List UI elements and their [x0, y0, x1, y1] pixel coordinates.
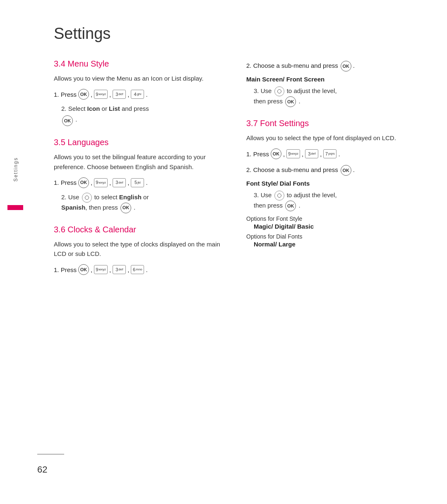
- key-9wxyz-font: 9wxyz: [286, 149, 300, 158]
- font-step1: 1. Press OK , 9wxyz , 3def , 7pqrs .: [246, 148, 422, 159]
- key-9wxyz-clocks: 9wxyz: [94, 265, 108, 274]
- ok-clocks-1: OK: [78, 264, 89, 275]
- section-menu-style: 3.4 Menu Style Allows you to view the Me…: [54, 59, 230, 126]
- nav-icon-clocks: [274, 86, 284, 96]
- list-bold: List: [109, 105, 120, 112]
- menu-style-step1: 1. Press OK , 9wxyz , 3def , 4ghi .: [54, 89, 230, 100]
- ok-font-2: OK: [341, 165, 351, 176]
- left-column: 3.4 Menu Style Allows you to view the Me…: [54, 59, 230, 287]
- content-columns: 3.4 Menu Style Allows you to view the Me…: [54, 59, 422, 287]
- ok-font-3: OK: [285, 201, 296, 211]
- key-5jkl: 5jkl: [131, 178, 144, 187]
- step1-num: 1. Press: [54, 91, 77, 98]
- key-6mno: 6mno: [131, 265, 144, 274]
- options-font-label: Options for Font Style: [246, 215, 422, 222]
- languages-step2: 2. Use to select English or Spanish, the…: [54, 192, 230, 213]
- menu-style-heading: 3.4 Menu Style: [54, 59, 230, 69]
- key-9wxyz-lang: 9wxyz: [94, 178, 108, 187]
- clocks-desc: Allows you to select the type of clocks …: [54, 239, 230, 259]
- font-step3: 3. Use to adjust the level, then press O…: [246, 190, 422, 211]
- ok-button-inline: OK: [78, 89, 89, 100]
- english-bold: English: [119, 193, 142, 201]
- ok-button-step2: OK: [62, 115, 73, 126]
- main-screen-subheading: Main Screen/ Front Screen: [246, 76, 422, 83]
- ok-lang-2: OK: [120, 203, 131, 213]
- languages-step1: 1. Press OK , 9wxyz , 3def , 5jkl .: [54, 177, 230, 188]
- spanish-bold: Spanish: [61, 204, 85, 211]
- font-step2: 2. Choose a sub-menu and press OK .: [246, 163, 422, 176]
- ok-font-1: OK: [271, 148, 281, 159]
- key-3def-font: 3def: [305, 149, 318, 158]
- languages-desc: Allows you to set the bilingual feature …: [54, 152, 230, 172]
- menu-style-step2: 2. Select Icon or List and press OK .: [54, 104, 230, 126]
- sidebar-text: Settings: [13, 157, 19, 182]
- section-languages: 3.5 Languages Allows you to set the bili…: [54, 138, 230, 213]
- right-column: 2. Choose a sub-menu and press OK . Main…: [246, 59, 422, 287]
- lang-step1-num: 1. Press: [54, 179, 77, 186]
- clocks-right-steps: 2. Choose a sub-menu and press OK . Main…: [246, 59, 422, 107]
- section-clocks: 3.6 Clocks & Calendar Allows you to sele…: [54, 225, 230, 275]
- comma3: ,: [127, 91, 129, 98]
- nav-icon-font: [274, 191, 284, 201]
- ok-lang-1: OK: [78, 177, 89, 188]
- page-divider: [37, 454, 64, 455]
- languages-heading: 3.5 Languages: [54, 138, 230, 147]
- page-container: Settings Settings 3.4 Menu Style Allows …: [0, 0, 447, 504]
- clocks-step2-right: 2. Choose a sub-menu and press OK .: [246, 59, 422, 72]
- clocks-heading: 3.6 Clocks & Calendar: [54, 225, 230, 234]
- comma1: ,: [91, 91, 92, 98]
- sidebar-label: Settings: [12, 157, 20, 182]
- font-settings-desc: Allows you to select the type of font di…: [246, 133, 422, 143]
- menu-style-desc: Allows you to view the Menu as an Icon o…: [54, 74, 230, 83]
- key-3def: 3def: [113, 90, 126, 99]
- ok-clocks-3: OK: [285, 96, 296, 107]
- key-7pqrs: 7pqrs: [323, 149, 336, 158]
- font-style-subheading: Font Style/ Dial Fonts: [246, 180, 422, 187]
- key-9wxyz: 9wxyz: [94, 90, 108, 99]
- clocks-step1: 1. Press OK , 9wxyz , 3def , 6mno .: [54, 264, 230, 275]
- options-font-value: Magic/ Digital/ Basic: [246, 223, 422, 230]
- font-settings-heading: 3.7 Font Settings: [246, 119, 422, 128]
- options-dial-value: Normal/ Large: [246, 241, 422, 248]
- sidebar-bar: [7, 205, 23, 210]
- page-number: 62: [37, 464, 47, 475]
- options-dial-label: Options for Dial Fonts: [246, 233, 422, 240]
- ok-clocks-2: OK: [341, 61, 351, 72]
- clocks-step3: 3. Use to adjust the level, then press O…: [246, 86, 422, 107]
- nav-icon-lang: [82, 193, 92, 203]
- key-3def-clocks: 3def: [113, 265, 126, 274]
- icon-bold: Icon: [87, 105, 100, 112]
- period1: .: [146, 91, 147, 98]
- page-title: Settings: [54, 25, 447, 43]
- key-3def-lang: 3def: [113, 178, 126, 187]
- comma2: ,: [109, 91, 111, 98]
- key-4ghi: 4ghi: [131, 90, 144, 99]
- section-font-settings: 3.7 Font Settings Allows you to select t…: [246, 119, 422, 248]
